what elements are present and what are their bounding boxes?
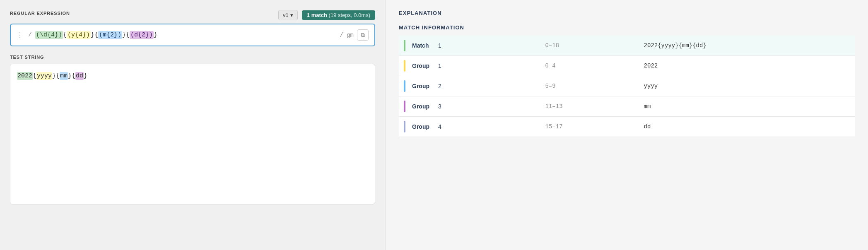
indicator-bar [404, 40, 405, 51]
row-value: mm [639, 96, 855, 117]
version-badge: v1 ▾ 1 match (19 steps, 0.0ms) [278, 10, 375, 20]
test-string-label: TEST STRING [10, 55, 375, 60]
row-label: Group [412, 62, 435, 69]
test-match-group1: 2022 [17, 72, 33, 80]
slash-open: / [28, 31, 32, 38]
row-label: Group [412, 123, 435, 130]
version-text: v1 [283, 12, 289, 18]
copy-button[interactable]: ⧉ [357, 29, 369, 41]
drag-icon: ⋮ [17, 31, 23, 39]
match-badge: 1 match (19 steps, 0.0ms) [302, 10, 375, 20]
explanation-title: EXPLANATION [399, 10, 855, 16]
regex-group4: (d{2}) [130, 31, 154, 39]
regex-literal1: { [63, 31, 67, 38]
test-match-group4: dd [75, 72, 84, 80]
regex-header: REGULAR EXPRESSION v1 ▾ 1 match (19 step… [10, 10, 375, 20]
match-count: 1 match [307, 12, 327, 18]
test-match-group2: yyyy [36, 72, 52, 80]
row-range: 11–13 [540, 96, 639, 117]
regex-content: (\d{4}) { (y{4}) }{ (m{2}) }{ (d{2}) } [35, 31, 333, 39]
test-literal4: } [84, 72, 87, 79]
row-label: Group [412, 83, 435, 89]
indicator-bar [404, 121, 405, 132]
regex-label: REGULAR EXPRESSION [10, 11, 70, 16]
indicator-bar [404, 101, 405, 112]
right-panel: EXPLANATION MATCH INFORMATION Match 1 0–… [385, 0, 868, 250]
table-row: Group 2 5–9 yyyy [399, 76, 855, 96]
row-range: 5–9 [540, 76, 639, 96]
table-row: Group 3 11–13 mm [399, 96, 855, 117]
regex-group2: (y{4}) [67, 31, 91, 39]
regex-group3: (m{2}) [98, 31, 122, 39]
row-num: 1 [438, 62, 441, 69]
regex-literal2: }{ [91, 31, 98, 38]
test-literal1: { [33, 72, 36, 79]
row-range: 0–18 [540, 36, 639, 56]
regex-literal3: }{ [122, 31, 130, 38]
indicator-bar [404, 80, 405, 92]
regex-literal4: } [154, 31, 157, 38]
table-row: Group 4 15–17 dd [399, 117, 855, 137]
row-num: 4 [438, 123, 441, 130]
row-value: 2022{yyyy}{mm}{dd} [639, 36, 855, 56]
version-button[interactable]: v1 ▾ [278, 10, 298, 20]
left-panel: REGULAR EXPRESSION v1 ▾ 1 match (19 step… [0, 0, 385, 250]
match-stats: (19 steps, 0.0ms) [329, 12, 370, 18]
row-value: dd [639, 117, 855, 137]
row-range: 15–17 [540, 117, 639, 137]
row-label: Group [412, 103, 435, 110]
row-num: 1 [438, 42, 441, 49]
test-match-group3: mm [60, 72, 68, 80]
row-range: 0–4 [540, 56, 639, 76]
chevron-down-icon: ▾ [290, 12, 293, 18]
regex-input-box[interactable]: ⋮ / (\d{4}) { (y{4}) }{ (m{2}) }{ (d{2})… [10, 24, 375, 46]
regex-group1: (\d{4}) [35, 31, 63, 39]
test-literal3: }{ [68, 72, 75, 79]
row-num: 3 [438, 103, 441, 110]
table-row: Match 1 0–18 2022{yyyy}{mm}{dd} [399, 36, 855, 56]
regex-flags: / gm [340, 32, 354, 38]
test-string-box[interactable]: 2022{yyyy}{mm}{dd} [10, 64, 375, 204]
row-value: yyyy [639, 76, 855, 96]
table-row: Group 1 0–4 2022 [399, 56, 855, 76]
copy-icon: ⧉ [361, 31, 365, 38]
match-info-title: MATCH INFORMATION [399, 24, 855, 31]
indicator-bar [404, 60, 405, 72]
row-label: Match [412, 42, 435, 49]
match-table: Match 1 0–18 2022{yyyy}{mm}{dd} Group 1 … [399, 36, 855, 137]
test-literal2: }{ [52, 72, 60, 79]
row-value: 2022 [639, 56, 855, 76]
row-num: 2 [438, 83, 441, 89]
